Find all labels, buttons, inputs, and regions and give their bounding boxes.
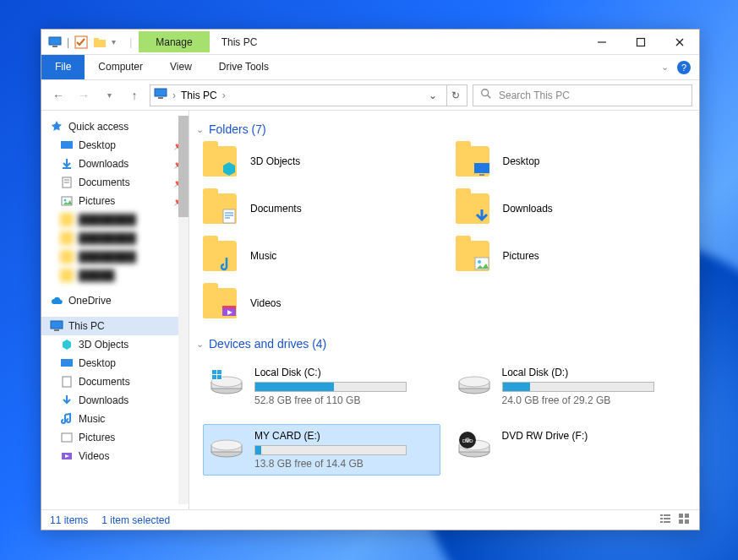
svg-rect-58 xyxy=(660,521,663,523)
sidebar-item-recent[interactable]: ████████ xyxy=(41,210,189,229)
svg-rect-25 xyxy=(479,174,484,176)
download-icon xyxy=(60,394,74,407)
drive-free-text: 52.8 GB free of 110 GB xyxy=(254,394,435,406)
chevron-down-icon: ⌄ xyxy=(196,124,204,135)
folder-item[interactable]: Pictures xyxy=(456,241,688,271)
sidebar-item-desktop[interactable]: Desktop📌 xyxy=(41,136,189,155)
this-pc-icon xyxy=(50,319,63,333)
status-selected-count: 1 item selected xyxy=(101,514,170,526)
folder-label: Pictures xyxy=(503,250,539,262)
music-icon xyxy=(60,412,74,426)
svg-point-17 xyxy=(64,199,67,202)
maximize-button[interactable] xyxy=(621,30,660,55)
help-icon[interactable]: ? xyxy=(677,61,691,74)
svg-point-44 xyxy=(459,377,489,387)
svg-rect-39 xyxy=(217,370,221,374)
sidebar-item-music[interactable]: Music xyxy=(41,410,189,428)
folder-item[interactable]: Downloads xyxy=(456,193,688,224)
search-box[interactable]: Search This PC xyxy=(473,84,692,106)
up-button[interactable]: ↑ xyxy=(124,85,145,106)
drive-item[interactable]: DVD DVD RW Drive (F:) xyxy=(451,424,688,476)
svg-rect-24 xyxy=(474,163,489,173)
down-icon xyxy=(473,207,491,226)
drive-item[interactable]: MY CARD (E:) 13.8 GB free of 14.4 GB xyxy=(203,424,440,476)
title-bar: | ▾ | Manage This PC xyxy=(41,30,699,55)
drive-item[interactable]: Local Disk (C:) 52.8 GB free of 110 GB xyxy=(203,361,440,412)
sidebar-item-documents[interactable]: Documents xyxy=(41,372,189,391)
folder-label: Music xyxy=(250,250,276,262)
sidebar-item-downloads[interactable]: Downloads📌 xyxy=(41,155,189,173)
refresh-button[interactable]: ↻ xyxy=(446,85,463,106)
view-large-icons-icon[interactable] xyxy=(677,512,691,528)
sidebar-item-recent[interactable]: ████████ xyxy=(41,247,189,266)
sidebar-item-downloads[interactable]: Downloads xyxy=(41,391,189,410)
forward-button[interactable]: → xyxy=(74,85,94,106)
svg-rect-11 xyxy=(61,141,73,149)
svg-rect-63 xyxy=(685,519,689,524)
svg-rect-18 xyxy=(51,321,63,329)
sidebar-item-videos[interactable]: Videos xyxy=(41,447,189,465)
folder-item[interactable]: Desktop xyxy=(456,146,688,177)
doc-icon xyxy=(220,207,238,226)
sidebar-item-pictures[interactable]: Pictures📌 xyxy=(41,192,189,210)
folder-icon xyxy=(456,241,489,271)
svg-rect-33 xyxy=(222,306,236,308)
qat-dropdown-icon[interactable]: ▾ xyxy=(112,37,116,46)
close-button[interactable] xyxy=(660,30,699,55)
sidebar-onedrive[interactable]: OneDrive xyxy=(41,291,189,310)
checkbox-icon[interactable] xyxy=(74,35,88,49)
navigation-pane[interactable]: Quick access Desktop📌 Downloads📌 Documen… xyxy=(41,111,189,509)
drives-section-header[interactable]: ⌄ Devices and drives (4) xyxy=(196,337,696,351)
sidebar-item-documents[interactable]: Documents📌 xyxy=(41,173,189,192)
dvd-icon: DVD xyxy=(456,430,492,459)
folder-item[interactable]: Documents xyxy=(203,193,435,224)
pictures-icon xyxy=(60,194,74,208)
folder-small-icon[interactable] xyxy=(93,35,107,49)
ribbon-collapse-icon[interactable]: ⌄ xyxy=(661,62,669,73)
sidebar-item-recent[interactable]: █████ xyxy=(41,266,189,285)
sidebar-item-pictures[interactable]: Pictures xyxy=(41,428,189,447)
back-button[interactable]: ← xyxy=(48,85,68,106)
document-icon xyxy=(60,176,74,189)
pictures-icon xyxy=(60,431,74,444)
recent-locations-dropdown[interactable]: ▾ xyxy=(99,85,119,106)
folder-item[interactable]: Music xyxy=(203,241,435,271)
status-item-count: 11 items xyxy=(50,514,88,526)
sidebar-this-pc[interactable]: This PC xyxy=(41,317,189,335)
folder-icon xyxy=(456,146,489,177)
sidebar-item-3d-objects[interactable]: 3D Objects xyxy=(41,335,189,354)
address-dropdown-icon[interactable]: ⌄ xyxy=(424,90,441,101)
tab-computer[interactable]: Computer xyxy=(85,55,156,79)
folder-item[interactable]: 3D Objects xyxy=(203,146,435,177)
breadcrumb-sep-icon[interactable]: › xyxy=(222,90,226,101)
storage-bar xyxy=(254,445,407,455)
svg-rect-1 xyxy=(52,46,57,47)
tab-drive-tools[interactable]: Drive Tools xyxy=(205,55,282,79)
search-placeholder: Search This PC xyxy=(499,90,570,101)
tab-file[interactable]: File xyxy=(41,55,85,79)
navigation-bar: ← → ▾ ↑ › This PC › ⌄ ↻ Search This PC xyxy=(41,80,699,111)
storage-bar xyxy=(502,382,654,392)
breadcrumb[interactable]: This PC xyxy=(181,90,217,101)
minimize-button[interactable] xyxy=(582,30,621,55)
cube-icon xyxy=(220,160,238,178)
sidebar-item-recent[interactable]: ████████ xyxy=(41,229,189,247)
svg-rect-20 xyxy=(61,359,73,367)
window-controls xyxy=(582,30,699,55)
folder-item[interactable]: Videos xyxy=(203,288,435,318)
folder-icon xyxy=(456,193,489,224)
address-bar[interactable]: › This PC › ⌄ ↻ xyxy=(150,84,467,106)
explorer-body: Quick access Desktop📌 Downloads📌 Documen… xyxy=(41,111,699,509)
drive-free-text: 13.8 GB free of 14.4 GB xyxy=(254,458,435,470)
sidebar-scrollbar-thumb[interactable] xyxy=(178,116,189,217)
sidebar-quick-access[interactable]: Quick access xyxy=(41,117,189,136)
drive-item[interactable]: Local Disk (D:) 24.0 GB free of 29.2 GB xyxy=(451,361,688,412)
folders-section-header[interactable]: ⌄ Folders (7) xyxy=(196,122,696,136)
sidebar-item-desktop[interactable]: Desktop xyxy=(41,354,189,372)
view-details-icon[interactable] xyxy=(659,512,672,528)
contextual-tab-manage[interactable]: Manage xyxy=(139,31,209,52)
tab-view[interactable]: View xyxy=(156,55,205,79)
folder-label: Videos xyxy=(250,297,281,309)
drive-free-text: 24.0 GB free of 29.2 GB xyxy=(502,394,682,406)
cube-icon xyxy=(60,338,74,351)
